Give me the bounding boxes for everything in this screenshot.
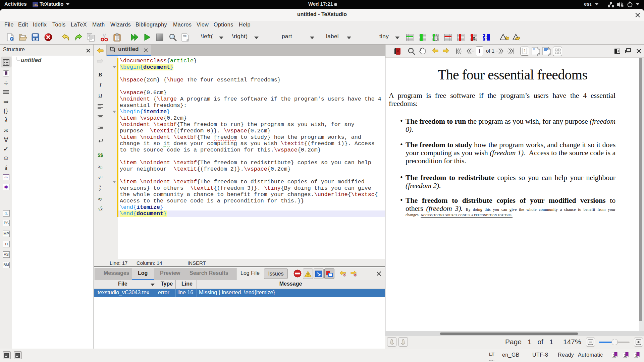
svg-text:log: log [183,34,186,37]
svg-text:1: 1 [613,354,615,357]
svg-text:2: 2 [624,354,626,357]
svg-text:3: 3 [635,354,637,357]
svg-text:TeX: TeX [33,3,38,6]
